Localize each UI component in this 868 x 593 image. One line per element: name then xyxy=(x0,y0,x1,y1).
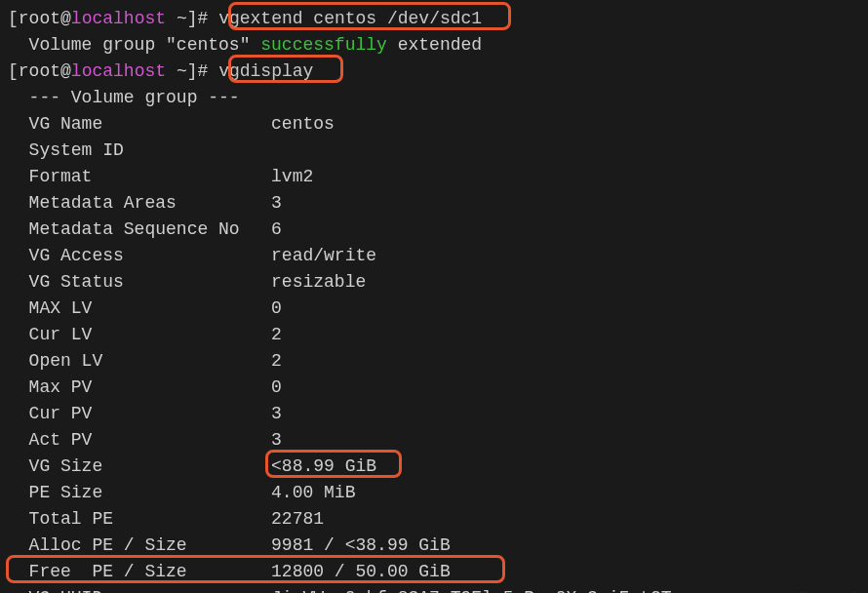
padding xyxy=(92,298,271,318)
prompt-symbol: # xyxy=(198,9,209,28)
vg-row-label: Total PE xyxy=(8,509,113,529)
vg-row: Max PV 0 xyxy=(8,375,860,401)
prompt-line-2: [root@localhost ~]# vgdisplay xyxy=(8,59,860,85)
vg-row-value: 3 xyxy=(271,193,282,213)
output-suffix: extended xyxy=(387,35,482,55)
vg-row-value: 2 xyxy=(271,351,282,371)
vg-row-label: MAX LV xyxy=(8,298,92,318)
padding xyxy=(92,377,271,397)
vg-row-value: 2 xyxy=(271,325,282,344)
prompt-host: localhost xyxy=(71,9,166,28)
vg-row-label: Alloc PE / Size xyxy=(8,535,187,555)
vg-row: Cur LV 2 xyxy=(8,322,860,348)
bracket-close: ] xyxy=(187,61,198,81)
vg-row-value: resizable xyxy=(271,272,366,292)
vg-row: Metadata Areas 3 xyxy=(8,190,860,217)
vg-row-value: 3 xyxy=(271,404,282,423)
vg-row: VG Status resizable xyxy=(8,269,860,296)
vg-row: VG Name centos xyxy=(8,111,860,138)
vg-row-label: VG Access xyxy=(8,246,124,265)
vg-row-label: VG Size xyxy=(8,456,102,476)
space xyxy=(166,9,177,28)
vg-row-label: PE Size xyxy=(8,483,102,502)
vg-row: VG Size <88.99 GiB xyxy=(8,454,860,480)
vg-row-value: 0 xyxy=(271,298,282,318)
vg-row: Format lvm2 xyxy=(8,164,860,190)
vg-row-label: Max PV xyxy=(8,377,92,397)
vg-row-label: VG UUID xyxy=(8,588,102,593)
padding xyxy=(102,114,271,134)
space xyxy=(166,61,177,81)
vg-row: Metadata Sequence No 6 xyxy=(8,217,860,243)
bracket-close: ] xyxy=(187,9,198,28)
padding xyxy=(102,483,271,502)
vg-row-value: centos xyxy=(271,114,335,134)
bracket-open: [ xyxy=(8,61,19,81)
watermark: CSDN @非著名运维 xyxy=(716,587,858,593)
vg-row-label: Format xyxy=(8,167,92,186)
padding xyxy=(240,219,271,239)
vg-row-value: 22781 xyxy=(271,509,324,529)
at-sign: @ xyxy=(60,61,71,81)
vg-row-label: Act PV xyxy=(8,430,92,450)
output-line-extended: Volume group "centos" successfully exten… xyxy=(8,32,860,59)
padding xyxy=(102,456,271,476)
vg-row: MAX LV 0 xyxy=(8,296,860,322)
prompt-user: root xyxy=(19,9,60,28)
vg-row-value: 6 xyxy=(271,219,282,239)
vg-row: Cur PV 3 xyxy=(8,401,860,427)
vg-row: System ID xyxy=(8,138,860,164)
vg-row-label: VG Name xyxy=(8,114,102,134)
vg-row-value: 12800 / 50.00 GiB xyxy=(271,562,451,581)
prompt-path: ~ xyxy=(177,61,187,81)
vg-row: Free PE / Size 12800 / 50.00 GiB xyxy=(8,559,860,585)
vg-row-label: Metadata Areas xyxy=(8,193,177,213)
padding xyxy=(102,588,271,593)
bracket-open: [ xyxy=(8,9,19,28)
vg-row: Alloc PE / Size 9981 / <38.99 GiB xyxy=(8,533,860,559)
vg-row: Open LV 2 xyxy=(8,348,860,375)
command-vgdisplay[interactable]: vgdisplay xyxy=(218,61,313,81)
padding xyxy=(92,325,271,344)
padding xyxy=(187,535,271,555)
vg-rows-container: VG Name centos System ID Format lvm2 Met… xyxy=(8,111,860,593)
vg-row-value: 0 xyxy=(271,377,282,397)
vg-header: --- Volume group --- xyxy=(8,85,860,111)
vg-row-label: Free PE / Size xyxy=(8,562,187,581)
vg-row-label: Cur LV xyxy=(8,325,92,344)
padding xyxy=(92,430,271,450)
padding xyxy=(124,272,271,292)
padding xyxy=(124,140,271,160)
vg-row-value: 9981 / <38.99 GiB xyxy=(271,535,451,555)
padding xyxy=(187,562,271,581)
prompt-symbol: # xyxy=(198,61,209,81)
vg-row-label: Cur PV xyxy=(8,404,92,423)
prompt-user: root xyxy=(19,61,60,81)
vg-row: Total PE 22781 xyxy=(8,506,860,533)
vg-row: Act PV 3 xyxy=(8,427,860,454)
output-prefix: Volume group "centos" xyxy=(8,35,260,55)
success-word: successfully xyxy=(260,35,387,55)
vg-row-label: VG Status xyxy=(8,272,124,292)
padding xyxy=(102,351,271,371)
vg-row-value: <88.99 GiB xyxy=(271,456,376,476)
command-vgextend[interactable]: vgextend centos /dev/sdc1 xyxy=(218,9,482,28)
vg-row: VG Access read/write xyxy=(8,243,860,269)
vg-row-label: Metadata Sequence No xyxy=(8,219,240,239)
vg-row-value: read/write xyxy=(271,246,376,265)
prompt-path: ~ xyxy=(177,9,187,28)
padding xyxy=(124,246,271,265)
vg-row: PE Size 4.00 MiB xyxy=(8,480,860,506)
padding xyxy=(92,167,271,186)
vg-row-label: System ID xyxy=(8,140,124,160)
space xyxy=(208,9,218,28)
vg-row-value: JiuVWx-0xkf-83A7-T9El-5yPo-0Xx3-iFqt2T xyxy=(271,588,671,593)
vg-row-value: lvm2 xyxy=(271,167,313,186)
vg-row-value: 4.00 MiB xyxy=(271,483,355,502)
prompt-line-1: [root@localhost ~]# vgextend centos /dev… xyxy=(8,6,860,32)
padding xyxy=(177,193,271,213)
vg-row-label: Open LV xyxy=(8,351,102,371)
space xyxy=(208,61,218,81)
at-sign: @ xyxy=(60,9,71,28)
padding xyxy=(92,404,271,423)
